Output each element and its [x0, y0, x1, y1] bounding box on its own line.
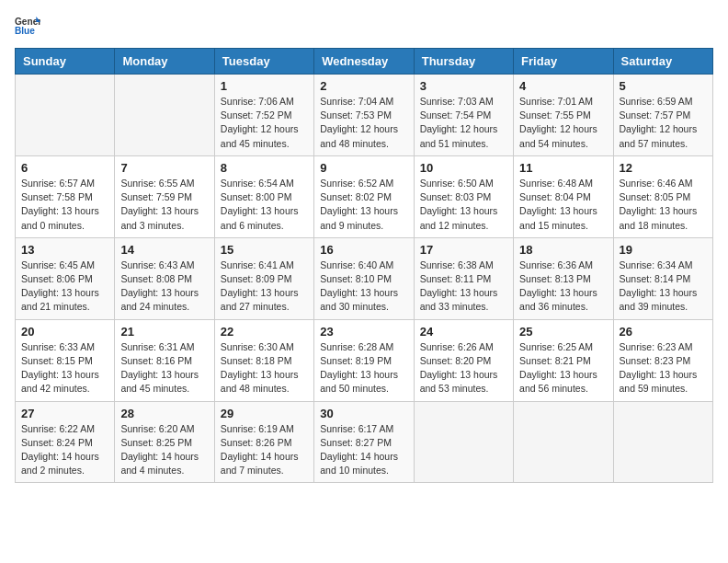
calendar-cell: 20Sunrise: 6:33 AMSunset: 8:15 PMDayligh… — [16, 319, 115, 401]
calendar-cell: 2Sunrise: 7:04 AMSunset: 7:53 PMDaylight… — [314, 75, 414, 156]
calendar-cell — [514, 401, 613, 483]
day-number: 9 — [320, 161, 407, 175]
calendar-cell: 18Sunrise: 6:36 AMSunset: 8:13 PMDayligh… — [514, 237, 613, 319]
weekday-header-tuesday: Tuesday — [214, 49, 313, 75]
calendar-cell: 22Sunrise: 6:30 AMSunset: 8:18 PMDayligh… — [214, 319, 313, 401]
day-info: Sunrise: 6:19 AMSunset: 8:26 PMDaylight:… — [221, 422, 308, 478]
calendar-cell: 21Sunrise: 6:31 AMSunset: 8:16 PMDayligh… — [115, 319, 214, 401]
day-info: Sunrise: 6:48 AMSunset: 8:04 PMDaylight:… — [519, 177, 607, 233]
calendar-cell: 29Sunrise: 6:19 AMSunset: 8:26 PMDayligh… — [214, 401, 313, 483]
day-info: Sunrise: 6:28 AMSunset: 8:19 PMDaylight:… — [320, 340, 407, 396]
calendar-cell: 1Sunrise: 7:06 AMSunset: 7:52 PMDaylight… — [214, 75, 313, 156]
calendar-cell: 24Sunrise: 6:26 AMSunset: 8:20 PMDayligh… — [414, 319, 513, 401]
day-number: 28 — [120, 407, 208, 420]
calendar-cell: 7Sunrise: 6:55 AMSunset: 7:59 PMDaylight… — [115, 155, 214, 237]
calendar-cell: 25Sunrise: 6:25 AMSunset: 8:21 PMDayligh… — [514, 319, 613, 401]
day-number: 6 — [21, 161, 108, 175]
svg-text:Blue: Blue — [15, 26, 35, 36]
calendar-cell: 9Sunrise: 6:52 AMSunset: 8:02 PMDaylight… — [314, 155, 414, 237]
day-info: Sunrise: 6:52 AMSunset: 8:02 PMDaylight:… — [320, 177, 407, 233]
calendar-cell — [16, 75, 115, 156]
calendar-week-row: 20Sunrise: 6:33 AMSunset: 8:15 PMDayligh… — [16, 319, 713, 401]
day-number: 5 — [620, 79, 707, 93]
day-info: Sunrise: 6:43 AMSunset: 8:08 PMDaylight:… — [120, 259, 208, 315]
day-info: Sunrise: 6:57 AMSunset: 7:58 PMDaylight:… — [21, 177, 108, 233]
day-number: 14 — [120, 243, 208, 257]
day-number: 7 — [120, 161, 208, 175]
calendar-cell: 16Sunrise: 6:40 AMSunset: 8:10 PMDayligh… — [314, 237, 414, 319]
calendar-cell: 11Sunrise: 6:48 AMSunset: 8:04 PMDayligh… — [514, 155, 613, 237]
day-number: 12 — [620, 161, 707, 175]
day-number: 2 — [320, 79, 407, 93]
calendar-cell — [613, 401, 712, 483]
day-info: Sunrise: 6:26 AMSunset: 8:20 PMDaylight:… — [420, 340, 507, 396]
calendar-cell: 3Sunrise: 7:03 AMSunset: 7:54 PMDaylight… — [414, 75, 513, 156]
day-info: Sunrise: 6:22 AMSunset: 8:24 PMDaylight:… — [21, 422, 108, 478]
day-number: 29 — [221, 407, 308, 420]
day-number: 3 — [420, 79, 507, 93]
day-info: Sunrise: 6:31 AMSunset: 8:16 PMDaylight:… — [120, 340, 208, 396]
day-info: Sunrise: 6:38 AMSunset: 8:11 PMDaylight:… — [420, 259, 507, 315]
weekday-header-sunday: Sunday — [16, 49, 115, 75]
calendar-table: SundayMondayTuesdayWednesdayThursdayFrid… — [15, 48, 713, 483]
day-info: Sunrise: 6:17 AMSunset: 8:27 PMDaylight:… — [320, 422, 407, 478]
day-number: 30 — [320, 407, 407, 420]
day-info: Sunrise: 7:01 AMSunset: 7:55 PMDaylight:… — [519, 95, 607, 151]
weekday-header-saturday: Saturday — [613, 49, 712, 75]
day-number: 1 — [221, 79, 308, 93]
calendar-cell: 13Sunrise: 6:45 AMSunset: 8:06 PMDayligh… — [16, 237, 115, 319]
day-info: Sunrise: 7:06 AMSunset: 7:52 PMDaylight:… — [221, 95, 308, 151]
day-info: Sunrise: 6:46 AMSunset: 8:05 PMDaylight:… — [620, 177, 707, 233]
day-info: Sunrise: 6:34 AMSunset: 8:14 PMDaylight:… — [620, 259, 707, 315]
day-number: 18 — [519, 243, 607, 257]
weekday-header-thursday: Thursday — [414, 49, 513, 75]
day-info: Sunrise: 7:04 AMSunset: 7:53 PMDaylight:… — [320, 95, 407, 151]
day-info: Sunrise: 6:54 AMSunset: 8:00 PMDaylight:… — [221, 177, 308, 233]
day-number: 22 — [221, 325, 308, 339]
day-number: 21 — [120, 325, 208, 339]
calendar-cell — [115, 75, 214, 156]
calendar-cell: 10Sunrise: 6:50 AMSunset: 8:03 PMDayligh… — [414, 155, 513, 237]
day-number: 4 — [519, 79, 607, 93]
day-info: Sunrise: 6:20 AMSunset: 8:25 PMDaylight:… — [120, 422, 208, 478]
day-number: 13 — [21, 243, 108, 257]
day-info: Sunrise: 6:40 AMSunset: 8:10 PMDaylight:… — [320, 259, 407, 315]
day-info: Sunrise: 6:33 AMSunset: 8:15 PMDaylight:… — [21, 340, 108, 396]
calendar-cell: 15Sunrise: 6:41 AMSunset: 8:09 PMDayligh… — [214, 237, 313, 319]
day-info: Sunrise: 7:03 AMSunset: 7:54 PMDaylight:… — [420, 95, 507, 151]
calendar-cell: 17Sunrise: 6:38 AMSunset: 8:11 PMDayligh… — [414, 237, 513, 319]
calendar-cell: 23Sunrise: 6:28 AMSunset: 8:19 PMDayligh… — [314, 319, 414, 401]
page-header: General Blue — [15, 15, 713, 37]
calendar-cell: 8Sunrise: 6:54 AMSunset: 8:00 PMDaylight… — [214, 155, 313, 237]
calendar-cell: 27Sunrise: 6:22 AMSunset: 8:24 PMDayligh… — [16, 401, 115, 483]
calendar-cell: 30Sunrise: 6:17 AMSunset: 8:27 PMDayligh… — [314, 401, 414, 483]
calendar-cell: 19Sunrise: 6:34 AMSunset: 8:14 PMDayligh… — [613, 237, 712, 319]
day-number: 15 — [221, 243, 308, 257]
calendar-week-row: 6Sunrise: 6:57 AMSunset: 7:58 PMDaylight… — [16, 155, 713, 237]
day-number: 24 — [420, 325, 507, 339]
day-info: Sunrise: 6:55 AMSunset: 7:59 PMDaylight:… — [120, 177, 208, 233]
day-info: Sunrise: 6:45 AMSunset: 8:06 PMDaylight:… — [21, 259, 108, 315]
day-number: 17 — [420, 243, 507, 257]
day-number: 23 — [320, 325, 407, 339]
calendar-cell: 5Sunrise: 6:59 AMSunset: 7:57 PMDaylight… — [613, 75, 712, 156]
day-info: Sunrise: 6:41 AMSunset: 8:09 PMDaylight:… — [221, 259, 308, 315]
weekday-header-wednesday: Wednesday — [314, 49, 414, 75]
generalblue-logo-icon: General Blue — [15, 15, 40, 37]
calendar-cell: 6Sunrise: 6:57 AMSunset: 7:58 PMDaylight… — [16, 155, 115, 237]
weekday-header-friday: Friday — [514, 49, 613, 75]
day-info: Sunrise: 6:36 AMSunset: 8:13 PMDaylight:… — [519, 259, 607, 315]
calendar-week-row: 1Sunrise: 7:06 AMSunset: 7:52 PMDaylight… — [16, 75, 713, 156]
day-info: Sunrise: 6:30 AMSunset: 8:18 PMDaylight:… — [221, 340, 308, 396]
weekday-header-row: SundayMondayTuesdayWednesdayThursdayFrid… — [16, 49, 713, 75]
day-info: Sunrise: 6:23 AMSunset: 8:23 PMDaylight:… — [620, 340, 707, 396]
day-info: Sunrise: 6:50 AMSunset: 8:03 PMDaylight:… — [420, 177, 507, 233]
calendar-cell: 26Sunrise: 6:23 AMSunset: 8:23 PMDayligh… — [613, 319, 712, 401]
day-number: 19 — [620, 243, 707, 257]
day-number: 25 — [519, 325, 607, 339]
logo: General Blue — [15, 15, 40, 37]
day-number: 16 — [320, 243, 407, 257]
weekday-header-monday: Monday — [115, 49, 214, 75]
calendar-week-row: 13Sunrise: 6:45 AMSunset: 8:06 PMDayligh… — [16, 237, 713, 319]
calendar-cell: 14Sunrise: 6:43 AMSunset: 8:08 PMDayligh… — [115, 237, 214, 319]
